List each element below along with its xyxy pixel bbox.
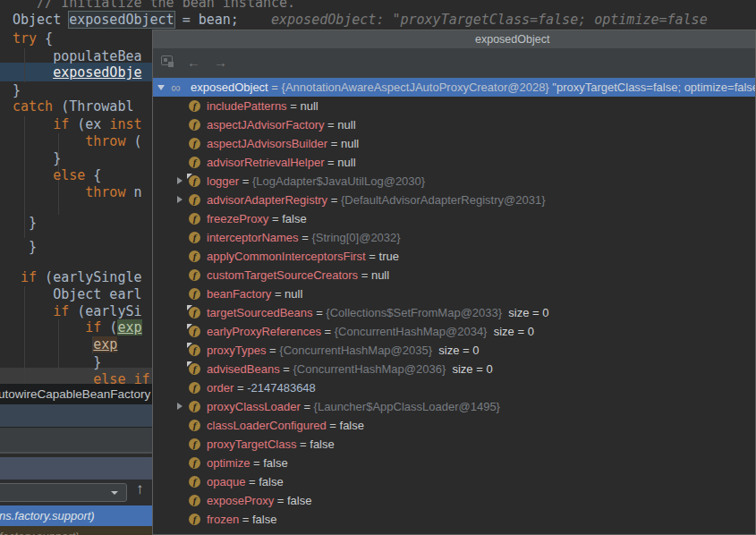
variable-value: false bbox=[252, 510, 276, 529]
variable-row-includePatterns[interactable]: fincludePatterns = null bbox=[153, 97, 755, 115]
stack-frame-selected[interactable]: ns.factory.support) bbox=[0, 505, 153, 526]
variable-row-frozen[interactable]: ffrozen = false bbox=[153, 510, 755, 529]
variable-reference: {ConcurrentHashMap@2035} bbox=[279, 341, 432, 360]
chevron-down-icon[interactable] bbox=[111, 491, 118, 495]
code-token bbox=[13, 336, 93, 352]
final-field-marker-icon bbox=[187, 305, 192, 310]
up-arrow-icon[interactable]: ↑ bbox=[136, 480, 144, 498]
variable-row-opaque[interactable]: fopaque = false bbox=[153, 472, 755, 491]
popup-titlebar[interactable]: exposedObject bbox=[153, 30, 755, 48]
thread-selector-combobox[interactable] bbox=[0, 483, 127, 502]
object-instance-icon: ∞ bbox=[171, 79, 185, 96]
code-token: if bbox=[53, 116, 69, 132]
variable-row-proxyClassLoader[interactable]: fproxyClassLoader = {Launcher$AppClassLo… bbox=[153, 397, 755, 416]
variable-row-classLoaderConfigured[interactable]: fclassLoaderConfigured = false bbox=[153, 416, 755, 435]
chevron-down-icon[interactable] bbox=[157, 78, 171, 97]
code-token: (earlySingle bbox=[37, 269, 141, 285]
field-icon: f bbox=[189, 438, 200, 450]
expander-spacer bbox=[174, 153, 189, 172]
variable-row-interceptorNames[interactable]: finterceptorNames = {String[0]@2032} bbox=[153, 228, 755, 247]
frames-toolbar: ↑ bbox=[0, 480, 153, 505]
code-token: exposedObject bbox=[69, 12, 174, 28]
equals-separator: = bbox=[280, 360, 293, 378]
variable-row-advisorAdapterRegistry[interactable]: fadvisorAdapterRegistry = {DefaultAdviso… bbox=[153, 191, 755, 209]
code-token bbox=[13, 319, 85, 335]
field-icon-letter: f bbox=[189, 268, 200, 280]
variable-row-freezeProxy[interactable]: ffreezeProxy = false bbox=[153, 209, 755, 228]
variable-name: interceptorNames bbox=[207, 228, 299, 247]
code-token bbox=[13, 133, 85, 149]
expander-spacer bbox=[174, 228, 189, 247]
debug-panel-band bbox=[0, 457, 153, 480]
variable-row-beanFactory[interactable]: fbeanFactory = null bbox=[153, 284, 755, 303]
variable-value: null bbox=[285, 284, 302, 303]
equals-separator: = bbox=[358, 266, 371, 284]
equals-separator: = bbox=[268, 209, 282, 228]
code-token: try bbox=[13, 30, 37, 47]
code-token: } bbox=[13, 354, 101, 370]
field-icon: f bbox=[189, 100, 200, 112]
variable-row-exposeProxy[interactable]: fexposeProxy = false bbox=[153, 491, 755, 510]
code-line: } bbox=[13, 150, 61, 167]
variable-row-aspectJAdvisorsBuilder[interactable]: faspectJAdvisorsBuilder = null bbox=[153, 134, 755, 153]
code-token: exposedObje bbox=[53, 64, 141, 81]
variable-name: proxyTypes bbox=[207, 341, 266, 360]
code-line: try { bbox=[13, 30, 53, 47]
back-arrow-icon[interactable]: ← bbox=[187, 55, 200, 70]
referring-objects-icon[interactable] bbox=[161, 55, 174, 66]
variable-name: advisedBeans bbox=[207, 360, 280, 378]
expander-spacer bbox=[174, 97, 189, 115]
variable-row-advisorRetrievalHelper[interactable]: fadvisorRetrievalHelper = null bbox=[153, 153, 755, 172]
variable-value: false bbox=[282, 209, 306, 228]
variable-name: advisorAdapterRegistry bbox=[207, 191, 327, 209]
variable-row-customTargetSourceCreators[interactable]: fcustomTargetSourceCreators = null bbox=[153, 266, 755, 284]
stack-frame[interactable]: factory.support) bbox=[0, 526, 153, 535]
popup-title: exposedObject bbox=[475, 30, 549, 48]
equals-separator: = bbox=[366, 247, 379, 266]
field-icon-letter: f bbox=[189, 137, 200, 149]
variable-row-targetSourcedBeans[interactable]: ftargetSourcedBeans = {Collections$SetFr… bbox=[153, 303, 755, 322]
editor-tab-bar[interactable]: utowireCapableBeanFactory bbox=[0, 384, 153, 404]
chevron-right-icon[interactable] bbox=[174, 397, 189, 416]
variable-row-aspectJAdvisorFactory[interactable]: faspectJAdvisorFactory = null bbox=[153, 115, 755, 134]
editor-tab-label[interactable]: utowireCapableBeanFactory bbox=[0, 387, 150, 401]
code-token: { bbox=[37, 30, 53, 47]
field-icon: f bbox=[189, 119, 200, 131]
equals-separator: = bbox=[325, 115, 338, 134]
field-icon: f bbox=[189, 232, 200, 243]
code-line: if (earlySi bbox=[13, 303, 142, 320]
variable-row-proxyTypes[interactable]: fproxyTypes = {ConcurrentHashMap@2035} s… bbox=[153, 341, 755, 360]
variable-row-optimize[interactable]: foptimize = false bbox=[153, 454, 755, 472]
variable-row-exposedObject[interactable]: ∞exposedObject = {AnnotationAwareAspectJ… bbox=[153, 78, 755, 97]
field-icon: f bbox=[189, 307, 200, 318]
variable-row-applyCommonInterceptorsFirst[interactable]: fapplyCommonInterceptorsFirst = true bbox=[153, 247, 755, 266]
variable-name: logger bbox=[207, 172, 239, 191]
debug-panel-band bbox=[0, 428, 153, 452]
code-token bbox=[13, 269, 21, 285]
equals-separator: = bbox=[287, 97, 301, 115]
chevron-right-icon[interactable] bbox=[174, 191, 189, 209]
variable-row-order[interactable]: forder = -2147483648 bbox=[153, 378, 755, 397]
code-token: } bbox=[13, 215, 37, 231]
variable-row-earlyProxyReferences[interactable]: fearlyProxyReferences = {ConcurrentHashM… bbox=[153, 322, 755, 341]
variable-row-proxyTargetClass[interactable]: fproxyTargetClass = false bbox=[153, 435, 755, 454]
field-icon: f bbox=[189, 269, 200, 281]
variable-reference: {AnnotationAwareAspectJAutoProxyCreator@… bbox=[282, 78, 549, 97]
forward-arrow-icon[interactable]: → bbox=[214, 55, 227, 70]
variable-row-logger[interactable]: flogger = {LogAdapter$JavaUtilLog@2030} bbox=[153, 172, 755, 191]
variable-reference: {Collections$SetFromMap@2033} bbox=[326, 303, 502, 322]
expander-spacer bbox=[174, 247, 189, 266]
code-token: } bbox=[13, 82, 21, 98]
stack-frame-label: ns.factory.support) bbox=[0, 509, 95, 522]
variable-name: advisorRetrievalHelper bbox=[207, 153, 325, 172]
code-line: else { bbox=[13, 167, 101, 184]
variable-row-advisedBeans[interactable]: fadvisedBeans = {ConcurrentHashMap@2036}… bbox=[153, 360, 755, 378]
equals-separator: = bbox=[234, 378, 247, 397]
variable-name: targetSourcedBeans bbox=[207, 303, 313, 322]
code-line: } bbox=[13, 215, 37, 232]
equals-separator: = bbox=[239, 510, 252, 529]
code-token: } bbox=[13, 150, 61, 166]
code-token: throw bbox=[85, 184, 125, 200]
equals-separator: = bbox=[268, 78, 282, 97]
variable-value: true bbox=[379, 247, 399, 266]
